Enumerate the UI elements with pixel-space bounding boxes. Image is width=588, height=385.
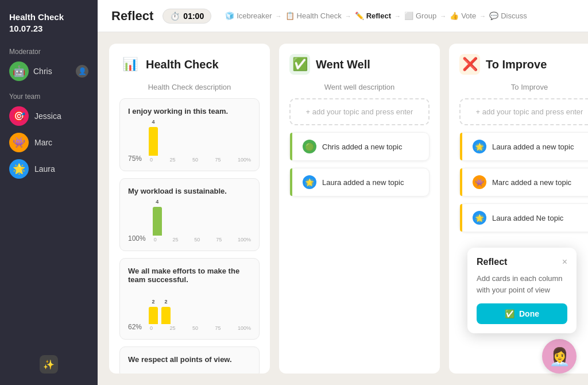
arrow-4: → (440, 13, 446, 20)
chart-wrapper-2: 4 0255075100% (153, 201, 251, 242)
sidebar: Health Check 10.07.23 Moderator 🤖 Chris … (0, 0, 98, 385)
discuss-icon: 💬 (489, 11, 498, 20)
health-card-2: My workload is sustainable. 100% 4 02550… (119, 178, 260, 251)
health-card-4: We respect all points of view. (119, 346, 260, 374)
icebreaker-icon: 🧊 (225, 11, 234, 20)
done-check-icon: ✅ (505, 309, 514, 318)
column-header-health-check: 📊 Health Check (119, 54, 260, 75)
bar-3b: 2 (161, 307, 171, 324)
moderator-icon: 👤 (76, 65, 88, 78)
chart-wrapper-1: 4 0255075100% (149, 121, 251, 163)
topic-avatar-laura-ww: 🌟 (303, 175, 316, 189)
breadcrumb-healthcheck[interactable]: 📋 Health Check (285, 11, 342, 20)
member-name-laura: Laura (34, 164, 55, 174)
chart-percent-1: 75% (128, 155, 142, 163)
sidebar-title: Health Check 10.07.23 (9, 11, 88, 34)
done-button[interactable]: ✅ Done (477, 303, 567, 324)
breadcrumb-discuss[interactable]: 💬 Discuss (489, 11, 527, 20)
topic-text-improve-3: Laura added Ne topic (492, 214, 563, 222)
vote-icon: 👍 (450, 11, 459, 20)
column-icon-went-well: ✅ (289, 54, 310, 75)
column-desc-went-well: Went well description (289, 83, 430, 91)
moderator-name: Chris (33, 67, 52, 76)
topic-card-went-well-2: 🌟 Laura added a new topic (289, 168, 430, 197)
timer-icon: ⏱️ (170, 11, 180, 21)
bar-value-1: 4 (152, 119, 155, 125)
column-title-went-well: Went Well (316, 58, 370, 71)
tooltip-body: Add cards in each column with your point… (477, 273, 567, 295)
arrow-5: → (479, 13, 486, 20)
main-area: Reflect ⏱️ 01:00 🧊 Icebreaker → 📋 Health… (98, 0, 588, 385)
column-health-check: 📊 Health Check Health Check description … (109, 44, 270, 374)
group-icon: ⬜ (404, 11, 413, 20)
team-member-laura: 🌟 Laura (9, 159, 88, 179)
topic-card-improve-3: 🌟 Laura added Ne topic (459, 203, 588, 232)
column-icon-health-check: 📊 (119, 54, 140, 75)
done-label: Done (519, 309, 539, 318)
arrow-2: → (345, 13, 351, 20)
bar-1: 4 (149, 127, 158, 156)
topic-text-went-well-1: Chris added a new topic (322, 143, 402, 151)
topic-bar-improve-1 (460, 133, 462, 160)
chart-area-3: 62% 2 2 0255075100% (128, 290, 251, 331)
breadcrumb-label-icebreaker: Icebreaker (237, 11, 272, 20)
chart-area-1: 75% 4 0255075100% (128, 121, 251, 163)
column-desc-health-check: Health Check description (119, 83, 260, 91)
breadcrumb-reflect[interactable]: ✏️ Reflect (355, 11, 391, 20)
health-card-title-2: My workload is sustainable. (128, 187, 251, 195)
chart-x-axis-2: 0255075100% (153, 237, 251, 242)
topic-bar-went-well-1 (290, 133, 292, 160)
header: Reflect ⏱️ 01:00 🧊 Icebreaker → 📋 Health… (98, 0, 588, 32)
breadcrumb-label-group: Group (416, 11, 436, 20)
chart-x-axis-3: 0255075100% (149, 325, 251, 331)
topic-text-improve-1: Laura added a new topic (492, 143, 574, 151)
breadcrumb-vote[interactable]: 👍 Vote (450, 11, 476, 20)
column-title-to-improve: To Improve (486, 58, 547, 71)
healthcheck-icon: 📋 (285, 11, 295, 20)
breadcrumb: 🧊 Icebreaker → 📋 Health Check → ✏️ Refle… (225, 11, 527, 20)
topic-text-improve-2: Marc added a new topic (492, 178, 571, 187)
topic-avatar-laura-imp2: 🌟 (473, 211, 486, 225)
breadcrumb-label-vote: Vote (461, 11, 476, 20)
topic-text-went-well-2: Laura added a new topic (322, 178, 404, 187)
chart-wrapper-3: 2 2 0255075100% (149, 290, 251, 331)
topic-card-improve-2: 👾 Marc added a new topic (459, 168, 588, 197)
column-desc-to-improve: To Improve (459, 83, 588, 91)
column-went-well: ✅ Went Well Went well description + add … (279, 44, 440, 374)
team-label: Your team (9, 93, 88, 101)
moderator-label: Moderator (9, 48, 88, 56)
bar-value-3a: 2 (152, 299, 155, 305)
add-topic-to-improve[interactable]: + add your topic and press enter (459, 98, 588, 125)
tooltip-close-button[interactable]: × (562, 257, 567, 267)
reflect-icon: ✏️ (355, 11, 364, 20)
arrow-1: → (276, 13, 282, 20)
topic-card-improve-1: 🌟 Laura added a new topic (459, 132, 588, 161)
chart-bar-row-1: 4 (149, 121, 251, 156)
timer-value: 01:00 (183, 11, 204, 21)
timer-badge: ⏱️ 01:00 (163, 9, 211, 24)
topic-avatar-marc-imp: 👾 (473, 175, 486, 189)
breadcrumb-label-discuss: Discuss (501, 11, 527, 20)
topic-bar-went-well-2 (290, 168, 292, 196)
add-topic-went-well[interactable]: + add your topic and press enter (289, 98, 430, 125)
column-header-to-improve: ❌ To Improve (459, 54, 588, 75)
health-card-1: I enjoy working in this team. 75% 4 0255… (119, 98, 260, 171)
chart-bar-row-3: 2 2 (149, 290, 251, 324)
member-name-jessica: Jessica (34, 111, 61, 121)
health-card-title-1: I enjoy working in this team. (128, 107, 251, 116)
chart-area-2: 100% 4 0255075100% (128, 201, 251, 242)
topic-bar-improve-3 (460, 204, 462, 232)
breadcrumb-group[interactable]: ⬜ Group (404, 11, 436, 20)
breadcrumb-label-reflect: Reflect (366, 11, 391, 20)
team-member-marc: 👾 Marc (9, 133, 88, 152)
bar-value-2: 4 (156, 199, 158, 205)
health-card-title-4: We respect all points of view. (128, 355, 251, 364)
breadcrumb-label-healthcheck: Health Check (297, 11, 342, 20)
add-topic-placeholder-went-well: + add your topic and press enter (306, 107, 413, 116)
bar-2: 4 (153, 207, 162, 236)
add-topic-placeholder-to-improve: + add your topic and press enter (476, 107, 583, 116)
topic-card-went-well-1: 🟢 Chris added a new topic (289, 132, 430, 161)
breadcrumb-icebreaker[interactable]: 🧊 Icebreaker (225, 11, 272, 20)
chart-percent-2: 100% (128, 234, 146, 242)
topic-avatar-chris: 🟢 (303, 140, 316, 153)
